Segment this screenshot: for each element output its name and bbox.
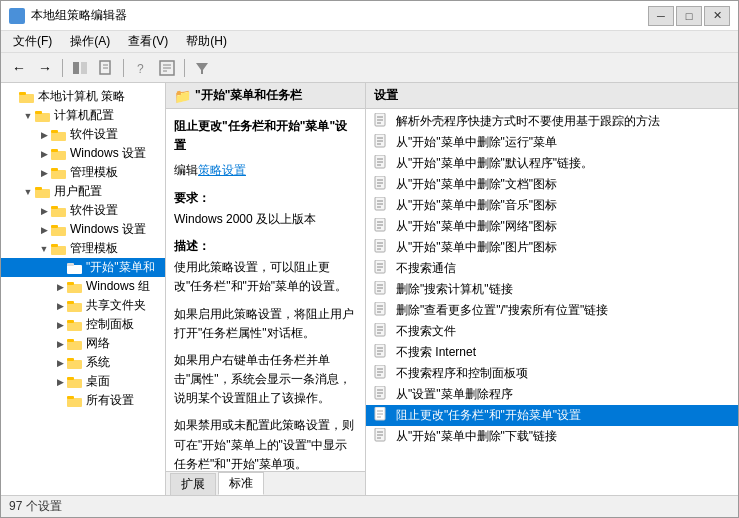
document-icon: [374, 218, 390, 232]
tree-label: 所有设置: [86, 392, 134, 409]
tree-item-all-settings[interactable]: 所有设置: [1, 391, 165, 410]
tree-item-software-settings[interactable]: ▶ 软件设置: [1, 125, 165, 144]
document-icon: [374, 323, 390, 337]
document-icon: [374, 302, 390, 316]
tab-standard[interactable]: 标准: [218, 472, 264, 495]
doc-icon: [374, 176, 390, 193]
policy-settings-link[interactable]: 策略设置: [198, 163, 246, 177]
restore-button[interactable]: □: [676, 6, 702, 26]
right-list-item[interactable]: 从"开始"菜单中删除"网络"图标: [366, 216, 738, 237]
doc-icon: [374, 428, 390, 445]
right-item-label: 从"开始"菜单中删除"下载"链接: [396, 428, 557, 445]
right-list-item[interactable]: 从"开始"菜单中删除"下载"链接: [366, 426, 738, 447]
tree-item-admin-templates1[interactable]: ▶ 管理模板: [1, 163, 165, 182]
svg-rect-42: [67, 377, 74, 380]
tab-extended[interactable]: 扩展: [170, 473, 216, 495]
toolbar-separator-2: [123, 59, 124, 77]
right-list-item[interactable]: 从"开始"菜单中删除"默认程序"链接。: [366, 153, 738, 174]
middle-panel-header: 📁 "开始"菜单和任务栏: [166, 83, 365, 109]
document-icon: [374, 239, 390, 253]
status-bar: 97 个设置: [1, 495, 738, 517]
right-list-item[interactable]: 不搜索 Internet: [366, 342, 738, 363]
middle-panel-title: 阻止更改"任务栏和开始"菜单"设置: [174, 117, 357, 155]
document-icon: [374, 281, 390, 295]
show-hide-button[interactable]: [68, 57, 92, 79]
tree-item-admin-templates2[interactable]: ▼ 管理模板: [1, 239, 165, 258]
tree-item-network[interactable]: ▶ 网络: [1, 334, 165, 353]
tree-item-windows-components[interactable]: ▶ Windows 组: [1, 277, 165, 296]
tree-item-software-settings2[interactable]: ▶ 软件设置: [1, 201, 165, 220]
menu-view[interactable]: 查看(V): [120, 31, 176, 52]
right-list-item[interactable]: 不搜索通信: [366, 258, 738, 279]
right-item-label: 删除"查看更多位置"/"搜索所有位置"链接: [396, 302, 608, 319]
close-button[interactable]: ✕: [704, 6, 730, 26]
tree-item-windows-settings[interactable]: ▶ Windows 设置: [1, 144, 165, 163]
svg-rect-14: [35, 111, 42, 114]
window-title: 本地组策略编辑器: [31, 7, 127, 24]
tree-item-control-panel[interactable]: ▶ 控制面板: [1, 315, 165, 334]
tree-label: Windows 设置: [70, 221, 146, 238]
toggle-icon: ▼: [21, 109, 35, 123]
middle-panel: 📁 "开始"菜单和任务栏 阻止更改"任务栏和开始"菜单"设置 编辑策略设置 要求…: [166, 83, 366, 495]
title-bar: 本地组策略编辑器 ─ □ ✕: [1, 1, 738, 31]
menu-file[interactable]: 文件(F): [5, 31, 60, 52]
svg-rect-13: [35, 113, 50, 122]
tree-item-computer-config[interactable]: ▼ 计算机配置: [1, 106, 165, 125]
toggle-icon: ▶: [37, 147, 51, 161]
document-icon: [374, 365, 390, 379]
folder-icon: [51, 128, 67, 142]
right-panel: 设置 解析外壳程序快捷方式时不要使用基于跟踪的方法 从"开始"菜单中删除"运行"…: [366, 83, 738, 495]
doc-icon: [374, 197, 390, 214]
menu-action[interactable]: 操作(A): [62, 31, 118, 52]
toggle-icon: ▼: [21, 185, 35, 199]
back-button[interactable]: ←: [7, 57, 31, 79]
right-list-item[interactable]: 从"开始"菜单中删除"图片"图标: [366, 237, 738, 258]
tree-item-windows-settings2[interactable]: ▶ Windows 设置: [1, 220, 165, 239]
right-list-item[interactable]: 删除"查看更多位置"/"搜索所有位置"链接: [366, 300, 738, 321]
svg-rect-28: [51, 244, 58, 247]
tree-item-shared-files[interactable]: ▶ 共享文件夹: [1, 296, 165, 315]
tree-label: "开始"菜单和: [86, 259, 155, 276]
filter-button[interactable]: [190, 57, 214, 79]
svg-rect-20: [51, 168, 58, 171]
right-panel-list: 解析外壳程序快捷方式时不要使用基于跟踪的方法 从"开始"菜单中删除"运行"菜单 …: [366, 109, 738, 495]
right-list-item[interactable]: 从"开始"菜单中删除"音乐"图标: [366, 195, 738, 216]
right-list-item[interactable]: 从"开始"菜单中删除"运行"菜单: [366, 132, 738, 153]
forward-button[interactable]: →: [33, 57, 57, 79]
folder-icon: [51, 166, 67, 180]
right-list-item[interactable]: 不搜索文件: [366, 321, 738, 342]
right-item-label: 从"设置"菜单删除程序: [396, 386, 513, 403]
minimize-button[interactable]: ─: [648, 6, 674, 26]
tree-label: 管理模板: [70, 240, 118, 257]
svg-rect-39: [67, 360, 82, 369]
right-list-item[interactable]: 不搜索程序和控制面板项: [366, 363, 738, 384]
right-list-item[interactable]: 删除"搜索计算机"链接: [366, 279, 738, 300]
right-list-item[interactable]: 阻止更改"任务栏"和"开始菜单"设置: [366, 405, 738, 426]
new-button[interactable]: [94, 57, 118, 79]
menu-help[interactable]: 帮助(H): [178, 31, 235, 52]
tree-label: Windows 组: [86, 278, 150, 295]
section-if-rightclick: 如果用户右键单击任务栏并单击"属性"，系统会显示一条消息，说明某个设置阻止了该操…: [174, 351, 357, 409]
right-list-item[interactable]: 解析外壳程序快捷方式时不要使用基于跟踪的方法: [366, 111, 738, 132]
tree-item-start-menu[interactable]: "开始"菜单和: [1, 258, 165, 277]
folder-icon: [35, 109, 51, 123]
toggle-icon: [53, 261, 67, 275]
toggle-icon: ▶: [53, 299, 67, 313]
svg-rect-40: [67, 358, 74, 361]
title-bar-buttons: ─ □ ✕: [648, 6, 730, 26]
toggle-icon: ▶: [37, 166, 51, 180]
tree-item-local-policy[interactable]: 本地计算机 策略: [1, 87, 165, 106]
tree-label: Windows 设置: [70, 145, 146, 162]
svg-rect-22: [35, 187, 42, 190]
right-list-item[interactable]: 从"开始"菜单中删除"文档"图标: [366, 174, 738, 195]
tree-item-system[interactable]: ▶ 系统: [1, 353, 165, 372]
right-list-item[interactable]: 从"设置"菜单删除程序: [366, 384, 738, 405]
toggle-icon: ▼: [37, 242, 51, 256]
tree-item-desktop[interactable]: ▶ 桌面: [1, 372, 165, 391]
tree-item-user-config[interactable]: ▼ 用户配置: [1, 182, 165, 201]
help-button[interactable]: ?: [129, 57, 153, 79]
properties-button[interactable]: [155, 57, 179, 79]
svg-rect-44: [67, 396, 74, 399]
document-icon: [374, 176, 390, 190]
properties-icon: [159, 60, 175, 76]
